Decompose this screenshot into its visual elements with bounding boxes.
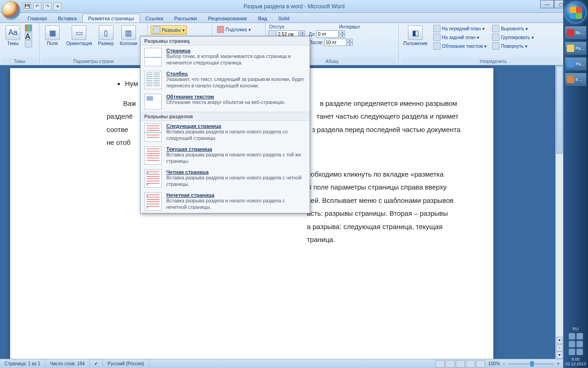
- breaks-button[interactable]: Разрывы ▾: [151, 25, 187, 34]
- tray-icon-2[interactable]: [577, 333, 583, 339]
- group-button[interactable]: Группировать ▾: [490, 33, 535, 41]
- tab-solid[interactable]: Solid: [273, 14, 295, 23]
- taskbar-item-0[interactable]: Вс...: [565, 26, 587, 40]
- dd-page-title: Страница: [166, 48, 306, 53]
- office-button[interactable]: [2, 1, 20, 19]
- tab-view[interactable]: Вид: [253, 14, 273, 23]
- tab-review[interactable]: Рецензирование: [203, 14, 253, 23]
- margins-button[interactable]: ▦Поля: [42, 24, 62, 47]
- qat-undo-icon[interactable]: ↶: [33, 2, 41, 11]
- spacing-before-input[interactable]: [317, 30, 339, 38]
- window-title: Разрыв раздела в word - Microsoft Word: [243, 3, 345, 10]
- taskbar-item-1[interactable]: Ра...: [565, 41, 587, 55]
- qat-customize-icon[interactable]: ▾: [53, 2, 62, 11]
- scroll-down-arrow[interactable]: ▾: [556, 337, 563, 344]
- vertical-scrollbar[interactable]: ▴ ▾ ◦ ▾: [555, 65, 563, 359]
- prev-page-icon[interactable]: ◦: [556, 344, 563, 351]
- dd-cont-desc: Вставка разрыва раздела и начало нового …: [166, 152, 306, 164]
- theme-fonts-icon[interactable]: A: [25, 32, 32, 40]
- view-web-layout-icon[interactable]: [456, 360, 465, 368]
- tab-page-layout[interactable]: Разметка страницы: [82, 14, 140, 23]
- position-button[interactable]: ◧Положение: [401, 24, 430, 47]
- start-button[interactable]: [565, 1, 587, 23]
- group-themes: Aa Темы A Темы: [0, 23, 40, 65]
- tray-lang[interactable]: RU: [565, 327, 586, 331]
- view-full-screen-icon[interactable]: [446, 360, 455, 368]
- size-button[interactable]: ▯Размер: [96, 24, 116, 47]
- tray-network-icon[interactable]: [577, 349, 583, 355]
- sb-proofing-icon[interactable]: ✔: [90, 359, 103, 368]
- dd-next-title: Следующая страница: [166, 123, 306, 129]
- send-back-button[interactable]: На задний план ▾: [431, 33, 489, 41]
- sb-language[interactable]: Русский (Россия): [103, 359, 149, 368]
- dd-item-next-page[interactable]: Следующая страницаВставка разрыва раздел…: [141, 121, 310, 144]
- dd-odd-title: Нечетная страница: [166, 192, 306, 198]
- next-page-break-icon: [144, 123, 162, 142]
- view-draft-icon[interactable]: [476, 360, 485, 368]
- taskbar-item-3[interactable]: 5 ...: [565, 73, 587, 86]
- zoom-slider[interactable]: [508, 363, 554, 365]
- tray-icon-1[interactable]: [569, 333, 575, 339]
- doc-l2b: танет частью следующего раздела и примет: [317, 112, 458, 120]
- tab-home[interactable]: Главная: [22, 14, 52, 23]
- group-icon: [492, 34, 499, 41]
- qat-save-icon[interactable]: 💾: [23, 2, 31, 11]
- zoom-thumb[interactable]: [530, 361, 534, 367]
- view-outline-icon[interactable]: [466, 360, 475, 368]
- taskbar-item-2[interactable]: Ра...: [565, 57, 587, 71]
- dd-item-text-wrap[interactable]: Обтекание текстомОбтекание текста вокруг…: [141, 92, 310, 112]
- doc-l10: траница.: [307, 236, 335, 243]
- dd-odd-desc: Вставка разрыва раздела и начало нового …: [166, 198, 306, 210]
- bring-front-button[interactable]: На передний план ▾: [431, 24, 489, 33]
- view-print-layout-icon[interactable]: [435, 360, 445, 368]
- orientation-button[interactable]: ▭Ориентация: [64, 24, 94, 47]
- tab-insert[interactable]: Вставка: [52, 14, 82, 23]
- position-icon: ◧: [408, 25, 423, 40]
- qat-redo-icon[interactable]: ↷: [43, 2, 51, 11]
- minimize-button[interactable]: —: [540, 0, 554, 8]
- titlebar: 💾 ↶ ↷ ▾ Разрыв раздела в word - Microsof…: [0, 0, 588, 13]
- group-themes-label: Темы: [3, 58, 36, 64]
- after-label: После:: [309, 40, 323, 45]
- tray-icon-4[interactable]: [577, 341, 583, 347]
- back-icon: [433, 34, 441, 41]
- doc-l2a: разделё: [107, 112, 133, 120]
- spacing-after-spinner[interactable]: После:▴▾: [309, 39, 353, 46]
- dd-item-continuous[interactable]: Текущая страницаВставка разрыва раздела …: [141, 144, 310, 167]
- rotate-button[interactable]: Повернуть ▾: [490, 42, 535, 50]
- align-button[interactable]: Выровнять ▾: [490, 24, 535, 33]
- tab-references[interactable]: Ссылки: [140, 14, 169, 23]
- dd-item-page[interactable]: СтраницаВыбор точки, в которой заканчива…: [141, 46, 310, 69]
- scroll-thumb[interactable]: [556, 66, 563, 154]
- spacing-before-spinner[interactable]: До:▴▾: [309, 30, 345, 38]
- tray-volume-icon[interactable]: [569, 349, 575, 355]
- zoom-percent[interactable]: 100%: [486, 361, 503, 366]
- theme-colors-icon[interactable]: [25, 24, 32, 32]
- dd-item-even-page[interactable]: 24 Четная страницаВставка разрыва раздел…: [141, 167, 310, 190]
- dd-item-column[interactable]: СтолбецУказывает, что текст, следующий з…: [141, 69, 310, 92]
- columns-icon: ▥: [121, 25, 136, 40]
- text-wrap-button[interactable]: Обтекание текстом ▾: [431, 42, 489, 50]
- themes-button[interactable]: Aa Темы: [3, 24, 23, 47]
- breaks-label: Разрывы: [162, 28, 181, 33]
- sb-words[interactable]: Число слов: 184: [45, 359, 90, 368]
- dd-page-desc: Выбор точки, в которой заканчивается одн…: [166, 53, 306, 66]
- tray-date[interactable]: 02.12.2013: [565, 362, 586, 366]
- continuous-break-icon: [144, 146, 162, 165]
- zoom-out-button[interactable]: −: [503, 361, 505, 366]
- tab-mailings[interactable]: Рассылки: [169, 14, 202, 23]
- watermark-button[interactable]: Подложка ▾: [215, 25, 253, 34]
- wrap-icon: [433, 42, 441, 50]
- sb-page[interactable]: Страница: 1 из 1: [0, 359, 45, 368]
- dd-wrap-desc: Обтекание текста вокруг объектов на веб-…: [166, 99, 286, 106]
- dd-item-odd-page[interactable]: 13 Нечетная страницаВставка разрыва разд…: [141, 190, 310, 213]
- spacing-after-input[interactable]: [324, 39, 346, 46]
- zoom-in-button[interactable]: +: [557, 361, 560, 366]
- rotate-label: Повернуть: [501, 44, 523, 49]
- columns-button[interactable]: ▥Колонки: [118, 24, 139, 47]
- tray-time[interactable]: 6:00: [565, 357, 586, 362]
- doc-l1b: в разделе определяется именно разрывом: [320, 99, 457, 107]
- tray-icon-3[interactable]: [569, 341, 575, 347]
- next-page-icon[interactable]: ▾: [556, 351, 563, 359]
- theme-effects-icon[interactable]: [25, 40, 32, 47]
